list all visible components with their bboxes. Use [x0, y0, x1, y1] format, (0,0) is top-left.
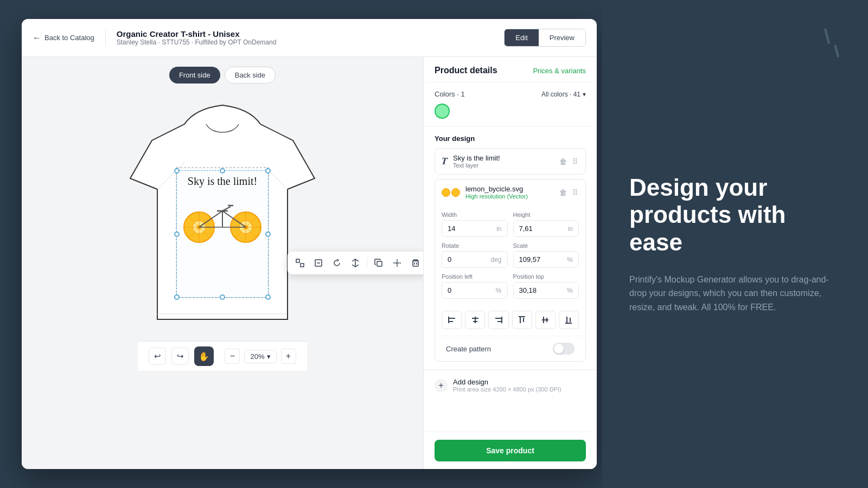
panel-title: Product details [435, 66, 497, 75]
zoom-in-button[interactable]: + [281, 349, 296, 364]
chevron-down-icon: ▾ [583, 91, 586, 98]
handle-lc[interactable] [174, 232, 180, 237]
color-swatch-green[interactable] [435, 104, 450, 119]
toolbar-btn-delete[interactable] [407, 255, 423, 271]
zoom-chevron-icon: ▾ [267, 352, 271, 361]
height-input[interactable]: 7,61 in [513, 220, 579, 237]
hand-tool-button[interactable]: ✋ [194, 346, 214, 366]
scale-field-group: Scale 109,57 % [513, 242, 579, 268]
handle-bc[interactable] [220, 294, 225, 300]
scale-unit: % [567, 256, 573, 264]
promo-panel: Design your products with ease Printify'… [602, 0, 868, 488]
width-input[interactable]: 14 in [442, 220, 508, 237]
svg-rect-45 [497, 321, 502, 322]
right-panel: Product details Prices & variants Colors… [423, 57, 597, 469]
position-top-value: 30,18 [519, 286, 537, 294]
text-layer-delete-button[interactable]: 🗑 [558, 156, 568, 167]
rotate-input[interactable]: 0 deg [442, 251, 508, 268]
svg-rect-53 [566, 317, 567, 323]
handle-tl[interactable] [174, 168, 180, 174]
toolbar-btn-rotate[interactable] [329, 255, 345, 271]
add-design-section: + Add design Print area size 4200 × 4800… [424, 370, 597, 400]
tab-preview[interactable]: Preview [539, 29, 585, 46]
align-left-button[interactable] [442, 311, 462, 329]
handle-rc[interactable] [265, 232, 271, 237]
toolbar-btn-flip[interactable] [347, 255, 363, 271]
save-product-button[interactable]: Save product [435, 440, 586, 461]
promo-decoration [824, 27, 840, 59]
zoom-display[interactable]: 20% ▾ [244, 350, 276, 363]
rotate-label: Rotate [442, 242, 508, 249]
handle-tc[interactable] [220, 168, 225, 174]
handle-br[interactable] [265, 294, 271, 300]
svg-rect-55 [565, 323, 572, 324]
toolbar-btn-move[interactable] [389, 255, 405, 271]
main-window: ← Back to Catalog Organic Creator T-shir… [22, 19, 597, 469]
svg-rect-54 [570, 318, 571, 322]
add-design-button[interactable]: + Add design Print area size 4200 × 4800… [435, 378, 586, 393]
text-design-element: Sky is the limit! [177, 171, 268, 192]
text-layer-drag-button[interactable]: ⠿ [571, 156, 579, 167]
toolbar-btn-crop[interactable] [292, 255, 308, 271]
svg-rect-39 [449, 321, 453, 322]
scale-value: 109,57 [519, 255, 541, 264]
position-left-label: Position left [442, 273, 508, 280]
add-design-info: Add design Print area size 4200 × 4800 p… [453, 378, 561, 393]
back-label: Back to Catalog [44, 34, 94, 42]
text-layer-name: Sky is the limit! [453, 154, 553, 162]
all-colors-button[interactable]: All colors · 41 ▾ [541, 91, 586, 98]
your-design-section: Your design 𝑻 Sky is the limit! Text lay… [424, 127, 597, 370]
svg-rect-38 [449, 318, 455, 319]
align-top-button[interactable] [512, 311, 532, 329]
create-pattern-label: Create pattern [446, 345, 491, 353]
height-unit: in [568, 225, 573, 233]
prices-variants-link[interactable]: Prices & variants [533, 67, 586, 75]
side-tabs: Front side Back side [169, 67, 276, 84]
fields-section: Width 14 in Height 7,61 in [435, 205, 585, 311]
tab-edit[interactable]: Edit [505, 29, 538, 46]
handle-bl[interactable] [174, 294, 180, 300]
bottom-bar: ↩ ↪ ✋ − 20% ▾ + [138, 341, 307, 371]
svg-rect-48 [523, 318, 524, 322]
svg-rect-43 [475, 317, 476, 323]
zoom-controls: − 20% ▾ + [225, 349, 296, 364]
align-bottom-button[interactable] [559, 311, 579, 329]
svg-layer-drag-button[interactable]: ⠿ [571, 187, 579, 198]
toolbar-btn-scale[interactable] [310, 255, 327, 271]
tshirt-container[interactable]: Sky is the limit! [114, 92, 331, 341]
header-tabs: Edit Preview [504, 29, 586, 47]
position-left-unit: % [496, 287, 502, 294]
undo-button[interactable]: ↩ [149, 348, 166, 365]
svg-rect-29 [377, 261, 382, 266]
toolbar-btn-duplicate[interactable] [371, 255, 387, 271]
redo-button[interactable]: ↪ [171, 348, 189, 365]
svg-rect-46 [501, 317, 502, 323]
svg-layer-delete-button[interactable]: 🗑 [558, 187, 568, 198]
svg-layer-actions: 🗑 ⠿ [558, 187, 579, 198]
position-top-unit: % [567, 287, 573, 294]
align-center-h-button[interactable] [465, 311, 485, 329]
design-overlay[interactable]: Sky is the limit! [176, 170, 269, 298]
position-top-input[interactable]: 30,18 % [513, 282, 579, 299]
align-right-button[interactable] [488, 311, 508, 329]
scale-input[interactable]: 109,57 % [513, 251, 579, 268]
text-layer-icon: 𝑻 [442, 156, 448, 167]
front-side-tab[interactable]: Front side [169, 67, 220, 84]
deco-line-2 [834, 44, 839, 57]
create-pattern-toggle[interactable] [553, 343, 575, 355]
product-name: Organic Creator T-shirt - Unisex [117, 29, 277, 38]
back-side-tab[interactable]: Back side [225, 67, 276, 84]
lemon-icon-1 [442, 188, 450, 197]
align-middle-v-button[interactable] [535, 311, 556, 329]
handle-tr[interactable] [265, 168, 271, 174]
position-left-input[interactable]: 0 % [442, 282, 508, 299]
height-field-group: Height 7,61 in [513, 211, 579, 237]
deco-line-1 [824, 28, 831, 44]
svg-rect-47 [520, 317, 521, 323]
toggle-knob [554, 344, 564, 354]
back-to-catalog-link[interactable]: ← Back to Catalog [33, 33, 94, 43]
add-design-sub: Print area size 4200 × 4800 px (300 DPI) [453, 386, 561, 393]
zoom-out-button[interactable]: − [225, 349, 240, 364]
header: ← Back to Catalog Organic Creator T-shir… [22, 19, 597, 57]
width-field-group: Width 14 in [442, 211, 508, 237]
